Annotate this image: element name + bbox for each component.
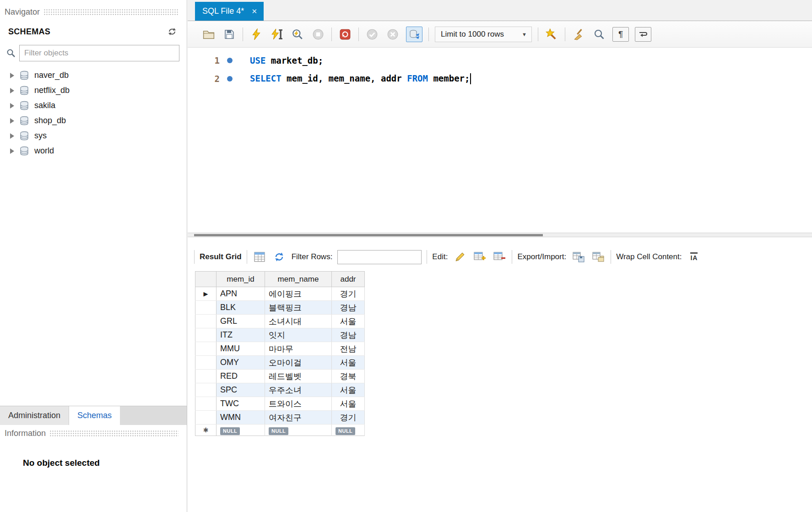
expand-arrow-icon[interactable] xyxy=(10,73,14,78)
result-row[interactable]: ▶ APN 에이핑크 경기 xyxy=(195,287,365,301)
cell-mem-id[interactable]: ITZ xyxy=(217,328,265,342)
cell-addr[interactable]: 경기 xyxy=(332,287,365,301)
editor-code-line[interactable]: 1 USE market_db; xyxy=(188,51,812,70)
clean-sql-broom-icon[interactable] xyxy=(571,27,586,42)
cell-addr[interactable]: 경북 xyxy=(332,370,365,383)
schema-tree-item[interactable]: sys xyxy=(0,128,187,143)
new-row-marker[interactable]: ✱ xyxy=(195,425,217,436)
beautify-wizard-icon[interactable] xyxy=(544,27,559,42)
row-selector[interactable] xyxy=(195,342,217,356)
result-row[interactable]: OMY 오마이걸 서울 xyxy=(195,356,365,370)
cell-mem-id[interactable]: RED xyxy=(217,370,265,383)
wrap-cell-content-icon[interactable]: IA xyxy=(687,250,701,264)
result-row[interactable]: RED 레드벨벳 경북 xyxy=(195,370,365,383)
schema-tree-item[interactable]: sakila xyxy=(0,98,187,113)
row-selector[interactable] xyxy=(195,411,217,425)
cell-mem-name[interactable]: 오마이걸 xyxy=(265,356,332,370)
execute-current-statement-icon[interactable] xyxy=(270,27,284,42)
grid-view-icon[interactable] xyxy=(252,250,267,264)
insert-row-icon[interactable] xyxy=(472,250,487,264)
header-addr[interactable]: addr xyxy=(332,272,365,287)
cell-mem-name[interactable]: 우주소녀 xyxy=(265,383,332,397)
schema-tree-item[interactable]: netflix_db xyxy=(0,83,187,98)
refresh-results-icon[interactable] xyxy=(272,250,287,264)
cell-mem-name[interactable]: 트와이스 xyxy=(265,397,332,411)
cell-mem-id[interactable]: OMY xyxy=(217,356,265,370)
tab-administration[interactable]: Administration xyxy=(0,406,69,425)
result-row[interactable]: BLK 블랙핑크 경남 xyxy=(195,301,365,315)
expand-arrow-icon[interactable] xyxy=(10,148,14,154)
row-selector[interactable]: ▶ xyxy=(195,287,217,301)
null-row[interactable]: ✱ NULL NULL NULL xyxy=(195,425,365,436)
cell-addr[interactable]: 경기 xyxy=(332,411,365,425)
schema-tree-item[interactable]: world xyxy=(0,143,187,158)
cell-mem-id[interactable]: MMU xyxy=(217,342,265,356)
code-text[interactable]: SELECT mem_id, mem_name, addr FROM membe… xyxy=(250,73,471,85)
show-invisible-chars-icon[interactable]: ¶ xyxy=(612,27,629,42)
delete-row-icon[interactable] xyxy=(492,250,507,264)
row-selector[interactable] xyxy=(195,328,217,342)
find-icon[interactable] xyxy=(592,27,606,42)
result-row[interactable]: SPC 우주소녀 서울 xyxy=(195,383,365,397)
header-mem-id[interactable]: mem_id xyxy=(217,272,265,287)
cell-addr[interactable]: 전남 xyxy=(332,342,365,356)
autocommit-toggle-icon[interactable] xyxy=(406,27,422,42)
explain-plan-icon[interactable] xyxy=(290,27,305,42)
import-records-icon[interactable] xyxy=(591,250,606,264)
cell-mem-id[interactable]: BLK xyxy=(217,301,265,315)
cell-addr[interactable]: 서울 xyxy=(332,397,365,411)
cell-mem-name[interactable]: 잇지 xyxy=(265,328,332,342)
cell-mem-name[interactable]: 에이핑크 xyxy=(265,287,332,301)
cell-addr[interactable]: 경남 xyxy=(332,328,365,342)
cell-mem-id[interactable]: SPC xyxy=(217,383,265,397)
row-selector[interactable] xyxy=(195,356,217,370)
splitter-handle[interactable] xyxy=(194,234,543,236)
stop-on-error-toggle-icon[interactable] xyxy=(338,27,352,42)
tab-sql-file[interactable]: SQL File 4* ✕ xyxy=(195,2,264,21)
expand-arrow-icon[interactable] xyxy=(10,88,14,93)
row-selector[interactable] xyxy=(195,397,217,411)
result-row[interactable]: WMN 여자친구 경기 xyxy=(195,411,365,425)
result-row[interactable]: MMU 마마무 전남 xyxy=(195,342,365,356)
stop-query-icon[interactable] xyxy=(311,27,325,42)
schema-tree-item[interactable]: shop_db xyxy=(0,113,187,128)
cell-mem-id[interactable]: GRL xyxy=(217,315,265,328)
cell-mem-id[interactable]: WMN xyxy=(217,411,265,425)
cell-mem-name[interactable]: 마마무 xyxy=(265,342,332,356)
word-wrap-icon[interactable] xyxy=(635,27,651,42)
tab-schemas[interactable]: Schemas xyxy=(69,406,120,425)
cell-mem-name[interactable]: 소녀시대 xyxy=(265,315,332,328)
filter-rows-input[interactable] xyxy=(337,250,422,264)
commit-icon[interactable] xyxy=(365,27,379,42)
open-file-icon[interactable] xyxy=(201,27,216,42)
expand-arrow-icon[interactable] xyxy=(10,118,14,124)
close-icon[interactable]: ✕ xyxy=(251,7,257,16)
cell-mem-name[interactable]: 여자친구 xyxy=(265,411,332,425)
editor-code-line[interactable]: 2 SELECT mem_id, mem_name, addr FROM mem… xyxy=(188,70,812,88)
code-text[interactable]: USE market_db; xyxy=(250,55,323,65)
row-selector[interactable] xyxy=(195,370,217,383)
cell-mem-name[interactable]: 블랙핑크 xyxy=(265,301,332,315)
cell-mem-id[interactable]: APN xyxy=(217,287,265,301)
schema-tree-item[interactable]: naver_db xyxy=(0,68,187,83)
row-selector[interactable] xyxy=(195,301,217,315)
cell-mem-id[interactable]: TWC xyxy=(217,397,265,411)
sql-code-editor[interactable]: 1 USE market_db; 2 SELECT mem_id, mem_na… xyxy=(188,48,812,233)
filter-objects-input[interactable] xyxy=(19,45,179,61)
result-row[interactable]: TWC 트와이스 서울 xyxy=(195,397,365,411)
row-selector[interactable] xyxy=(195,383,217,397)
export-results-icon[interactable] xyxy=(571,250,586,264)
cell-addr[interactable]: 서울 xyxy=(332,383,365,397)
cell-mem-name[interactable]: 레드벨벳 xyxy=(265,370,332,383)
execute-query-icon[interactable] xyxy=(249,27,264,42)
rollback-icon[interactable] xyxy=(385,27,400,42)
result-row[interactable]: GRL 소녀시대 서울 xyxy=(195,315,365,328)
cell-addr[interactable]: 서울 xyxy=(332,356,365,370)
null-cell-addr[interactable]: NULL xyxy=(332,425,365,436)
header-mem-name[interactable]: mem_name xyxy=(265,272,332,287)
expand-arrow-icon[interactable] xyxy=(10,103,14,109)
cell-addr[interactable]: 서울 xyxy=(332,315,365,328)
save-icon[interactable] xyxy=(222,27,237,42)
result-row[interactable]: ITZ 잇지 경남 xyxy=(195,328,365,342)
header-row-selector[interactable] xyxy=(195,272,217,287)
